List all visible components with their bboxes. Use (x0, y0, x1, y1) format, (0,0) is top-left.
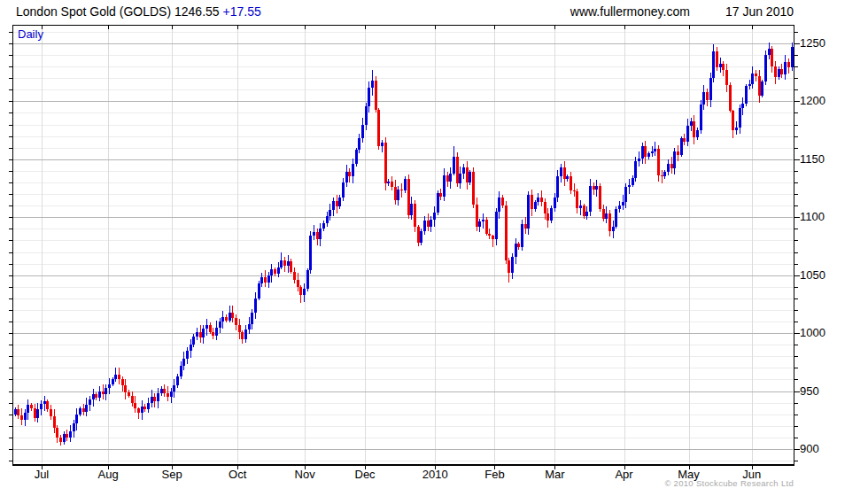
x-axis-label: Dec (338, 468, 391, 481)
x-axis-label: Sep (145, 468, 198, 481)
y-axis-label: 1250 (800, 36, 835, 50)
x-axis-label: Jul (15, 468, 68, 481)
y-axis-label: 900 (800, 442, 835, 455)
y-axis-label: 1000 (800, 326, 835, 339)
x-axis-label: Oct (211, 468, 264, 481)
x-axis-label: Aug (81, 468, 135, 481)
chart-area: Daily 900950100010501100115012001250 Jul… (0, 0, 868, 496)
copyright-notice: © 2010 Stockcube Research Ltd (664, 478, 794, 488)
price-chart-canvas (0, 0, 868, 496)
x-axis-label: Feb (468, 468, 521, 481)
y-axis-label: 1050 (800, 268, 835, 282)
x-axis-label: Apr (598, 468, 651, 481)
x-axis-label: Mar (528, 468, 581, 481)
y-axis-label: 1100 (800, 210, 835, 223)
y-axis-label: 1200 (800, 94, 835, 107)
y-axis-label: 1150 (800, 152, 835, 166)
y-axis-label: 950 (800, 384, 835, 398)
x-axis-label: 2010 (408, 468, 461, 481)
x-axis-label: Nov (278, 468, 331, 481)
frequency-label: Daily (18, 27, 43, 41)
chart-page: London Spot Gold (GOLDS) 1246.55+17.55 w… (0, 0, 868, 496)
